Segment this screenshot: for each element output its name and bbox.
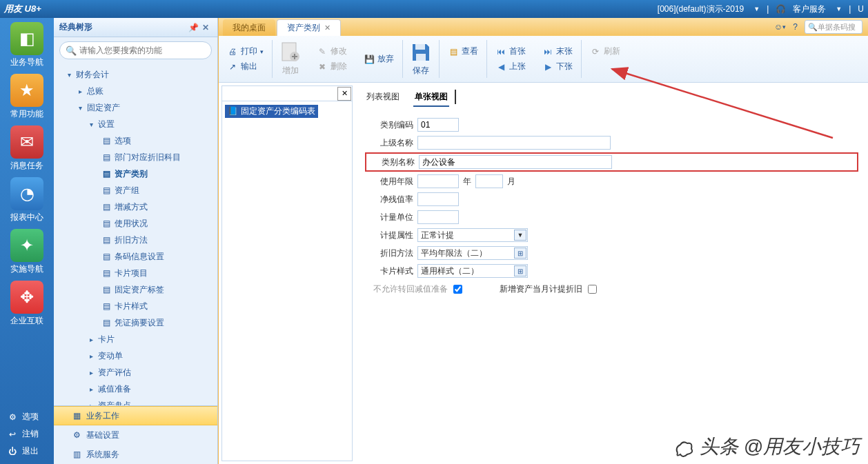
- tree-leaf[interactable]: ▤部门对应折旧科目: [54, 149, 217, 165]
- doc-icon: ▤: [101, 268, 112, 278]
- nav-bottom-system[interactable]: ▥系统服务: [54, 445, 217, 464]
- modify-button[interactable]: ✎修改: [314, 44, 350, 59]
- last-button[interactable]: ⏭末张: [540, 44, 575, 59]
- style-picker[interactable]: 通用样式（二）⊞: [417, 264, 528, 278]
- headset-icon: 🎧: [776, 4, 786, 14]
- name-input[interactable]: [419, 155, 612, 169]
- tree-settings[interactable]: ▾设置: [54, 116, 217, 132]
- barcode-search[interactable]: 🔍单据条码搜: [805, 20, 862, 34]
- mail-icon: ✉: [10, 125, 43, 159]
- view-list-tab[interactable]: 列表视图: [365, 88, 401, 107]
- tree-inventory[interactable]: ▸资产盘点: [54, 397, 217, 405]
- refresh-button[interactable]: ⟳刷新: [587, 44, 623, 59]
- print-button[interactable]: 🖨打印▾: [224, 44, 266, 59]
- rail-logout[interactable]: ↩注销: [6, 425, 48, 443]
- accrual-picker[interactable]: 正常计提▼: [417, 228, 528, 242]
- doc-icon: ▤: [101, 318, 112, 327]
- btn-label: 末张: [556, 46, 573, 57]
- rail-exit[interactable]: ⏻退出: [6, 443, 48, 460]
- method-picker[interactable]: 平均年限法（二）⊞: [417, 246, 528, 260]
- search-icon: 🔍: [66, 46, 77, 56]
- tree-finance[interactable]: ▾财务会计: [54, 66, 217, 83]
- tab-desktop[interactable]: 我的桌面: [223, 19, 275, 36]
- next-button[interactable]: ▶下张: [540, 59, 575, 74]
- view-single-tab[interactable]: 单张视图: [413, 88, 449, 107]
- rail-deploy[interactable]: ✦实施导航: [3, 229, 50, 275]
- newasset-checkbox[interactable]: [588, 285, 597, 294]
- style-label: 卡片样式: [365, 265, 413, 277]
- tree-asset-class[interactable]: ▤资产类别: [54, 165, 217, 182]
- tree-leaf[interactable]: ▤使用状况: [54, 215, 217, 232]
- pin-icon[interactable]: 📌: [188, 23, 198, 32]
- tree-leaf[interactable]: ▤凭证摘要设置: [54, 314, 217, 331]
- prev-button[interactable]: ◀上张: [493, 59, 529, 74]
- rail-biznav[interactable]: ◧业务导航: [3, 22, 50, 68]
- service-link[interactable]: 客户服务: [793, 3, 826, 15]
- btn-label: 查看: [462, 46, 478, 57]
- delete-button[interactable]: ✖删除: [314, 59, 350, 74]
- life-months-input[interactable]: [475, 174, 503, 188]
- tree-leaf[interactable]: ▤折旧方法: [54, 232, 217, 248]
- rail-favorites[interactable]: ★常用功能: [3, 74, 50, 120]
- unit-input[interactable]: [417, 210, 459, 224]
- env-label[interactable]: [006](default)演示-2019: [658, 3, 744, 15]
- life-years-input[interactable]: [417, 174, 459, 188]
- tree-leaf[interactable]: ▤卡片样式: [54, 298, 217, 314]
- tree-leaf[interactable]: ▤选项: [54, 132, 217, 149]
- next-icon: ▶: [542, 61, 553, 72]
- form-body: 列表视图 单张视图 类别编码 上级名称 类别名称 使用年限年月 净残值率 计量单…: [355, 83, 868, 464]
- view-button[interactable]: ▤查看: [445, 44, 481, 59]
- chevron-down-icon[interactable]: ▼: [514, 230, 526, 241]
- tree-impair[interactable]: ▸减值准备: [54, 381, 217, 397]
- chevron-down-icon: ▾: [68, 71, 76, 79]
- close-icon[interactable]: ✕: [324, 23, 331, 32]
- close-icon[interactable]: ✕: [202, 23, 212, 32]
- rail-options[interactable]: ⚙选项: [6, 408, 48, 425]
- category-search-input[interactable]: [222, 89, 337, 99]
- search-placeholder: 单据条码搜: [818, 22, 856, 32]
- noreturn-checkbox[interactable]: [453, 285, 462, 294]
- nav-bottom-bizwork[interactable]: ▦业务工作: [54, 406, 217, 425]
- rail-enterprise[interactable]: ✥企业互联: [3, 281, 50, 327]
- salvage-input[interactable]: [417, 192, 459, 206]
- nav-bottom-basic[interactable]: ⚙基础设置: [54, 425, 217, 445]
- discard-button[interactable]: 💾放弃: [361, 52, 397, 67]
- smile-icon[interactable]: ☺▾: [774, 22, 786, 32]
- tab-asset-class[interactable]: 资产类别✕: [277, 19, 341, 36]
- parent-label: 上级名称: [365, 137, 413, 149]
- tree-leaf[interactable]: ▤增减方式: [54, 199, 217, 215]
- chevron-right-icon: ▸: [90, 369, 98, 376]
- service-dropdown-icon[interactable]: ▼: [836, 6, 842, 12]
- nav-search-input[interactable]: [79, 46, 206, 55]
- parent-input[interactable]: [417, 136, 611, 150]
- tree-eval[interactable]: ▸资产评估: [54, 364, 217, 381]
- tree-fa[interactable]: ▾固定资产: [54, 99, 217, 116]
- env-dropdown-icon[interactable]: ▼: [753, 6, 760, 12]
- u-menu[interactable]: U: [858, 4, 864, 14]
- watermark-icon: [673, 438, 694, 458]
- tree-leaf[interactable]: ▤固定资产标签: [54, 281, 217, 298]
- tree-change[interactable]: ▸变动单: [54, 347, 217, 364]
- code-input[interactable]: [417, 118, 459, 132]
- add-button[interactable]: 增加: [273, 36, 308, 82]
- rail-reports[interactable]: ◔报表中心: [3, 177, 50, 223]
- tree-leaf[interactable]: ▤卡片项目: [54, 265, 217, 281]
- lookup-icon[interactable]: ⊞: [514, 248, 526, 259]
- tree-gl[interactable]: ▸总账: [54, 83, 217, 99]
- tree-card[interactable]: ▸卡片: [54, 331, 217, 347]
- help-icon[interactable]: ?: [793, 22, 798, 32]
- first-button[interactable]: ⏮首张: [493, 44, 529, 59]
- rail-messages[interactable]: ✉消息任务: [3, 125, 50, 172]
- tree-leaf[interactable]: ▤资产组: [54, 182, 217, 199]
- save-button[interactable]: 保存: [403, 36, 439, 82]
- output-button[interactable]: ↗输出: [224, 59, 266, 74]
- clear-button[interactable]: ✕: [337, 87, 351, 101]
- picker-value: 平均年限法（二）: [421, 248, 487, 259]
- category-root[interactable]: 📘固定资产分类编码表: [225, 105, 318, 118]
- tree-label: 总账: [87, 85, 103, 97]
- tree-label: 减值准备: [98, 383, 131, 395]
- lookup-icon[interactable]: ⊞: [514, 265, 526, 276]
- tree-leaf[interactable]: ▤条码信息设置: [54, 248, 217, 265]
- nav-search[interactable]: 🔍: [59, 41, 212, 59]
- export-icon: ↗: [227, 61, 238, 72]
